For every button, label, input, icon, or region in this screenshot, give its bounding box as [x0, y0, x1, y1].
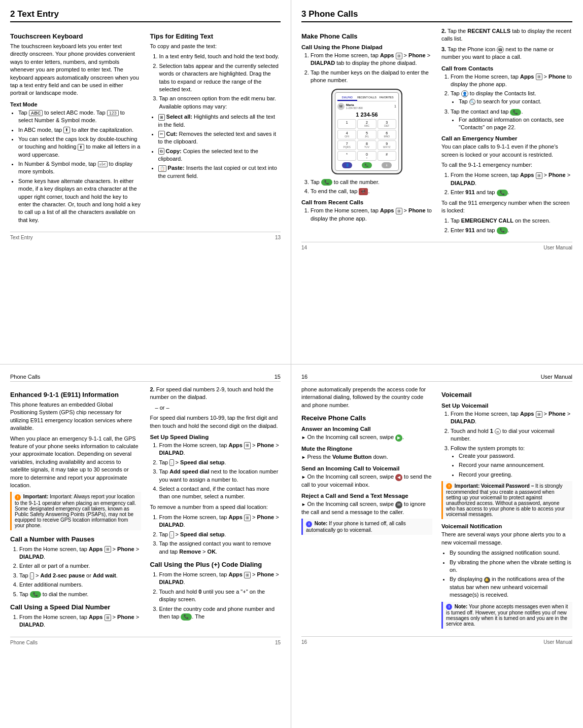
setup-speed-dial-steps: From the Home screen, tap Apps ⊞ > Phone…	[159, 442, 281, 501]
pause-step-2: Enter all or part of a number.	[19, 562, 141, 570]
infinity-icon: ∞	[495, 428, 501, 434]
contacts-note: For additional information on contacts, …	[459, 116, 572, 132]
page-16-footer-left: 16	[301, 639, 307, 645]
page-16-content: phone automatically prepends the access …	[301, 386, 572, 631]
pause-step-3: Tap ; > Add 2-sec pause or Add wait.	[19, 572, 141, 579]
key-1: 1	[337, 119, 356, 129]
page-16-header-right: User Manual	[541, 374, 572, 380]
page-16-footer: 16 User Manual	[301, 636, 572, 645]
swipe-red-icon: ◀	[395, 474, 402, 481]
page-16-right-col: Voicemail Set Up Voicemail From the Home…	[441, 386, 572, 631]
emergency-locked-step-2: Enter 911 and tap 📞.	[451, 227, 572, 234]
vm-note-box: i Note: Your phone accepts messages even…	[441, 602, 572, 629]
important-icon-1: !	[15, 494, 21, 500]
call-pauses-steps: From the Home screen, tap Apps ⊞ > Phone…	[19, 545, 141, 598]
answer-call-title: Answer an Incoming Call	[301, 426, 432, 432]
phone-actions: 👤 📞 ℹ	[337, 162, 396, 168]
setup-sd-step-2: Tap ; > Speed dial setup.	[159, 459, 281, 466]
e911-body2: When you place an emergency 9-1-1 call, …	[10, 435, 141, 490]
edit-option-selectall: ⊞ Select all: Highlights and selects all…	[158, 113, 281, 129]
vm-notification-list: By sounding the assigned notification so…	[450, 549, 572, 599]
emergency-step-2: Enter 911 and tap 📞.	[451, 189, 572, 196]
page-14-footer-left: 14	[301, 245, 307, 250]
call-pauses-title: Call a Number with Pauses	[10, 535, 141, 543]
shift-icon: ⬆	[63, 127, 70, 133]
contacts-step-3: Tap the contact and tap 📞. For additiona…	[451, 108, 572, 131]
action-info-btn: ℹ	[382, 162, 392, 168]
apps-icon-pause: ⊞	[105, 546, 111, 553]
paste-icon: 📋	[158, 165, 166, 172]
mute-ringtone-item: Press the Volume Button down.	[301, 453, 432, 461]
emergency-title: Call an Emergency Number	[441, 135, 572, 141]
setup-speed-dial-title: Set Up Speed Dialing	[150, 434, 281, 440]
call-icon-pause: 📞	[30, 591, 41, 598]
end-call-icon: 📵	[359, 188, 368, 195]
contact-details: Maria 1-234-567-890	[346, 103, 363, 110]
apps-icon-emergency: ⊞	[536, 172, 542, 179]
plus-code-title: Call Using the Plus (+) Code Dialing	[150, 561, 281, 568]
phone-icon-recent: ☎	[497, 46, 504, 53]
page-16: 16 User Manual phone automatically prepe…	[291, 365, 582, 728]
call-icon-step3: 📞	[321, 179, 332, 186]
emergency-steps: From the Home screen, tap Apps ⊞ > Phone…	[451, 171, 572, 196]
voicemail-badge-icon: 🔔	[484, 577, 490, 583]
edit-option-copy: ⧉ Copy: Copies the selected text to the …	[158, 148, 281, 163]
vm-prompts-list: Create your password. Record your name a…	[459, 452, 572, 479]
call-dialpad-step-3: Tap 📞 to call the number.	[311, 178, 432, 186]
page-14-header: 3 Phone Calls	[301, 9, 572, 22]
key-hash: #	[378, 151, 396, 161]
page-15: Phone Calls 15 Enhanced 9-1-1 (E911) Inf…	[0, 365, 291, 728]
note-label-2: Note:	[455, 604, 468, 609]
phone-tabs: DIALPAD RECENT CALLS FAVORITES	[337, 95, 396, 101]
receive-calls-title: Receive Phone Calls	[301, 414, 432, 422]
contacts-note-list: For additional information on contacts, …	[459, 116, 572, 132]
apps-icon-pluscode: ⊞	[244, 572, 251, 578]
call-dialpad-step-1: From the Home screen, tap Apps ⊞ > Phone…	[311, 52, 432, 67]
touchscreen-keyboard-body: The touchscreen keyboard lets you enter …	[10, 43, 141, 97]
page-15-content: Enhanced 9-1-1 (E911) Information This p…	[10, 386, 281, 632]
tips-editing-steps: In a text entry field, touch and hold th…	[159, 53, 281, 111]
pause-step-1: From the Home screen, tap Apps ⊞ > Phone…	[19, 545, 141, 561]
call-recent-step-1: From the Home screen, tap Apps ⊞ > Phone…	[311, 207, 432, 223]
answer-call-item: On the Incoming call screen, swipe ▶.	[301, 433, 432, 442]
plus-code-steps: From the Home screen, tap Apps ⊞ > Phone…	[159, 571, 281, 621]
setup-sd-step-1: From the Home screen, tap Apps ⊞ > Phone…	[159, 442, 281, 457]
page-15-right-col: 2. For speed dial numbers 2-9, touch and…	[150, 386, 281, 632]
vm-prompt-name: Record your name announcement.	[459, 461, 572, 469]
remove-sd-step-2: Tap ; > Speed dial setup.	[159, 531, 281, 538]
menu-icon-pause: ;	[30, 572, 34, 579]
page-16-header: 16 User Manual	[301, 374, 572, 382]
touchscreen-keyboard-title: Touchscreen Keyboard	[10, 32, 141, 40]
page-13-left-col: Touchscreen Keyboard The touchscreen key…	[10, 27, 141, 227]
speed-dial-step-1: From the Home screen, tap Apps ⊞ > Phone…	[19, 613, 141, 629]
setup-sd-step-4: Select a contact and, if the contact has…	[159, 485, 281, 501]
menu-icon-setupsd: ;	[169, 459, 174, 466]
reject-call-item: On the Incoming call screen, swipe ✉ to …	[301, 500, 432, 516]
page-13-content: Touchscreen Keyboard The touchscreen key…	[10, 27, 281, 227]
tips-step-2: Selection tabs appear and the currently …	[159, 62, 281, 94]
contact-info: M Maria 1-234-567-890	[337, 103, 363, 110]
vm-important-label: Important: Voicemail Password –	[455, 483, 534, 489]
key-0: 0+	[357, 151, 376, 161]
action-contacts-btn: 👤	[342, 162, 352, 168]
call-icon-contacts: 📞	[510, 109, 521, 116]
contacts-search: Tap 🔍 to search for your contact.	[459, 98, 572, 105]
plus-code-step-3: Enter the country code and phone number …	[159, 605, 281, 621]
key-7: 7PQRS	[337, 140, 356, 150]
text-mode-item-2: In ABC mode, tap ⬆ to alter the capitali…	[18, 126, 141, 134]
num-icon: 123	[107, 110, 119, 116]
vm-notif-vibrate: By vibrating the phone when the vibrate …	[450, 559, 572, 574]
vm-notif-display: By displaying 🔔 in the notifications are…	[450, 575, 572, 599]
text-mode-label: Text Mode	[10, 101, 141, 107]
call-contacts-title: Call from Contacts	[441, 65, 572, 71]
contacts-step-2: Tap 👤 to display the Contacts list. Tap …	[451, 90, 572, 105]
call-dialpad-steps-cont: Tap 📞 to call the number. To end the cal…	[311, 178, 432, 196]
send-voicemail-item: On the Incoming call screen, swipe ◀ to …	[301, 473, 432, 489]
plus-code-continued: phone automatically prepends the access …	[301, 386, 432, 409]
note-icon-2: i	[446, 604, 452, 610]
recent-step2: 2. Tap the RECENT CALLS tab to display t…	[441, 27, 572, 43]
edit-option-paste: 📋 Paste: Inserts the last copied or cut …	[158, 164, 281, 180]
note-icon-1: i	[306, 521, 312, 527]
page-13: 2 Text Entry Touchscreen Keyboard The to…	[0, 0, 291, 364]
caps-lock-icon: ⬆	[78, 144, 84, 151]
